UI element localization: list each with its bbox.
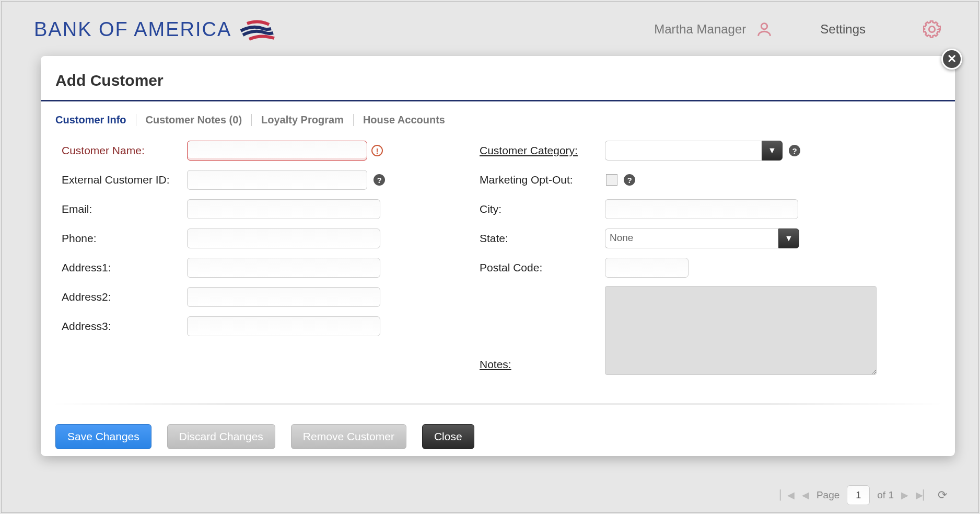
label-address3: Address3:: [62, 320, 187, 333]
refresh-icon[interactable]: ⟳: [938, 488, 947, 502]
label-state: State:: [480, 232, 605, 245]
page-of-label: of 1: [877, 489, 894, 501]
discard-changes-button[interactable]: Discard Changes: [167, 424, 275, 449]
tab-house-accounts[interactable]: House Accounts: [354, 114, 454, 126]
label-city: City:: [480, 203, 605, 215]
address1-input[interactable]: [187, 258, 380, 278]
modal-footer: Save Changes Discard Changes Remove Cust…: [41, 405, 955, 449]
customer-category-select[interactable]: [605, 141, 762, 161]
gear-icon[interactable]: [923, 20, 941, 38]
help-icon[interactable]: ?: [374, 174, 385, 186]
address3-input[interactable]: [187, 316, 380, 336]
save-changes-button[interactable]: Save Changes: [55, 424, 151, 449]
close-button[interactable]: Close: [422, 424, 474, 449]
form-body: Customer Name: ! External Customer ID: ?…: [41, 136, 955, 382]
help-icon[interactable]: ?: [624, 174, 635, 186]
tab-customer-notes[interactable]: Customer Notes (0): [136, 114, 252, 126]
brand-logo: BANK OF AMERICA: [34, 16, 278, 42]
page-label: Page: [816, 489, 839, 501]
phone-input[interactable]: [187, 229, 380, 248]
email-input[interactable]: [187, 199, 380, 219]
pagination-bar: ▏◀ ◀ Page of 1 ▶ ▶▏ ⟳: [780, 485, 947, 505]
customer-name-input[interactable]: [187, 141, 367, 161]
error-icon: !: [371, 145, 383, 156]
user-name-label: Martha Manager: [654, 22, 746, 37]
label-marketing-optout: Marketing Opt-Out:: [480, 174, 605, 186]
label-notes[interactable]: Notes:: [480, 358, 605, 371]
label-address2: Address2:: [62, 291, 187, 303]
chevron-down-icon[interactable]: ▼: [778, 229, 799, 248]
modal-tabs: Customer Info Customer Notes (0) Loyalty…: [41, 101, 955, 136]
label-phone: Phone:: [62, 232, 187, 245]
label-postal: Postal Code:: [480, 261, 605, 274]
notes-textarea[interactable]: [605, 286, 877, 375]
state-select[interactable]: None: [605, 229, 778, 248]
remove-customer-button[interactable]: Remove Customer: [291, 424, 406, 449]
page-number-input[interactable]: [847, 485, 870, 505]
left-column: Customer Name: ! External Customer ID: ?…: [62, 140, 438, 382]
postal-code-input[interactable]: [605, 258, 689, 278]
page-next-icon[interactable]: ▶: [901, 489, 908, 501]
flag-icon: [237, 16, 278, 42]
chevron-down-icon[interactable]: ▼: [762, 141, 783, 161]
page-frame: BANK OF AMERICA Martha Manager Settings …: [1, 1, 979, 513]
label-customer-category[interactable]: Customer Category:: [480, 144, 605, 157]
page-prev-icon[interactable]: ◀: [802, 489, 809, 501]
brand-name: BANK OF AMERICA: [34, 18, 231, 41]
add-customer-modal: ✕ Add Customer Customer Info Customer No…: [41, 56, 955, 456]
user-icon[interactable]: [755, 20, 773, 38]
right-column: Customer Category: ▼ ? Marketing Opt-Out…: [480, 140, 877, 382]
external-id-input[interactable]: [187, 170, 367, 190]
top-header: BANK OF AMERICA Martha Manager Settings: [34, 11, 946, 48]
page-last-icon[interactable]: ▶▏: [916, 489, 930, 501]
close-icon[interactable]: ✕: [941, 49, 962, 70]
tab-customer-info[interactable]: Customer Info: [55, 114, 136, 126]
city-input[interactable]: [605, 199, 798, 219]
address2-input[interactable]: [187, 287, 380, 307]
label-customer-name: Customer Name:: [62, 144, 187, 157]
modal-title: Add Customer: [41, 72, 955, 101]
label-address1: Address1:: [62, 261, 187, 274]
marketing-optout-checkbox[interactable]: [606, 174, 617, 186]
tab-loyalty-program[interactable]: Loyalty Program: [252, 114, 354, 126]
label-email: Email:: [62, 203, 187, 215]
settings-link[interactable]: Settings: [820, 22, 866, 37]
help-icon[interactable]: ?: [789, 145, 800, 156]
page-first-icon[interactable]: ▏◀: [780, 489, 795, 501]
label-external-id: External Customer ID:: [62, 174, 187, 186]
